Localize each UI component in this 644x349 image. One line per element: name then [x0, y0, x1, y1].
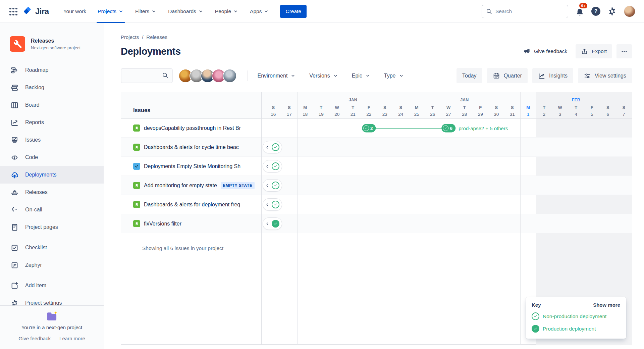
- deployment-badge-start[interactable]: 2: [362, 124, 376, 132]
- export-label: Export: [592, 48, 607, 54]
- filter-dropdown-versions[interactable]: Versions: [309, 73, 338, 79]
- deployment-edge-pill[interactable]: [263, 217, 282, 230]
- timeline-search: [121, 68, 173, 83]
- day-number[interactable]: 25: [414, 112, 419, 117]
- deployment-badge-end[interactable]: 6: [441, 124, 455, 132]
- day-number[interactable]: 17: [287, 112, 292, 117]
- settings-gear-icon[interactable]: [607, 7, 617, 16]
- create-button[interactable]: Create: [280, 5, 307, 18]
- day-number[interactable]: 27: [446, 112, 451, 117]
- day-number[interactable]: 29: [478, 112, 483, 117]
- sidebar-item-releases[interactable]: Releases: [0, 184, 104, 201]
- give-feedback-label: Give feedback: [534, 48, 567, 54]
- sidebar-give-feedback-link[interactable]: Give feedback: [18, 336, 51, 341]
- filter-dropdown-environment[interactable]: Environment: [258, 73, 296, 79]
- filter-dropdown-epic[interactable]: Epic: [352, 73, 371, 79]
- sidebar-item-reports[interactable]: Reports: [0, 114, 104, 131]
- sidebar-item-issues[interactable]: Issues: [0, 131, 104, 149]
- notification-count-badge: 9+: [579, 3, 587, 8]
- issue-row[interactable]: Dashboards & alerts for cycle time beac: [121, 138, 261, 157]
- key-show-more-link[interactable]: Show more: [593, 302, 620, 308]
- today-button[interactable]: Today: [457, 68, 482, 83]
- day-number[interactable]: 4: [575, 112, 577, 117]
- nav-item-label: People: [215, 8, 231, 14]
- sidebar-item-zephyr[interactable]: Zephyr: [0, 256, 104, 274]
- non-production-check-icon: [532, 312, 539, 320]
- sidebar-item-roadmap[interactable]: Roadmap: [0, 61, 104, 79]
- issue-title: fixVersions filter: [144, 221, 181, 227]
- day-number[interactable]: 31: [510, 112, 515, 117]
- user-avatar[interactable]: [624, 6, 635, 17]
- deployment-env-label[interactable]: prod-apse2 + 5 others: [459, 125, 508, 131]
- day-number[interactable]: 28: [462, 112, 467, 117]
- page-title: Deployments: [121, 46, 181, 57]
- day-number[interactable]: 5: [591, 112, 593, 117]
- day-number[interactable]: 22: [366, 112, 371, 117]
- day-number[interactable]: 6: [606, 112, 609, 117]
- breadcrumb-separator: /: [142, 34, 143, 40]
- more-actions-button[interactable]: [616, 44, 632, 58]
- sidebar-item-project-pages[interactable]: Project pages: [0, 218, 104, 236]
- issue-row[interactable]: devopsCapability passthrough in Rest Br: [121, 118, 261, 138]
- day-number[interactable]: 21: [351, 112, 356, 117]
- day-letter: M: [415, 105, 419, 110]
- story-type-icon: [133, 124, 140, 132]
- view-settings-button[interactable]: View settings: [578, 68, 632, 83]
- issue-row[interactable]: Add monitoring for empty stateEMPTY STAT…: [121, 176, 261, 195]
- nav-item-dashboards[interactable]: Dashboards: [162, 0, 209, 23]
- filter-buttons: Today QuarterInsightsView settings: [457, 68, 632, 83]
- give-feedback-button[interactable]: Give feedback: [519, 45, 571, 58]
- breadcrumb-releases[interactable]: Releases: [146, 34, 167, 40]
- quarter-button[interactable]: Quarter: [487, 68, 528, 83]
- day-number[interactable]: 24: [398, 112, 403, 117]
- deployment-edge-pill[interactable]: [263, 160, 282, 172]
- day-number[interactable]: 3: [559, 112, 561, 117]
- project-info[interactable]: Releases Next-gen software project: [31, 38, 80, 50]
- nav-item-apps[interactable]: Apps: [244, 0, 275, 23]
- assignee-avatar[interactable]: [223, 69, 237, 83]
- deployment-edge-pill[interactable]: [263, 198, 282, 211]
- sidebar-item-deployments[interactable]: Deployments: [0, 166, 104, 184]
- sidebar-item-add-item[interactable]: Add item: [0, 277, 104, 294]
- day-number[interactable]: 30: [494, 112, 499, 117]
- day-number[interactable]: 7: [623, 112, 625, 117]
- export-button[interactable]: Export: [576, 44, 612, 58]
- sidebar-item-checklist[interactable]: Checklist: [0, 239, 104, 256]
- month-label: FEB: [572, 98, 580, 102]
- notifications-bell-icon[interactable]: 9+: [575, 8, 584, 17]
- issue-row[interactable]: Dashboards & alerts for deployment freq: [121, 195, 261, 214]
- issue-row[interactable]: Deployments Empty State Monitoring Sh: [121, 157, 261, 176]
- sidebar-item-on-call[interactable]: On-call: [0, 201, 104, 218]
- insights-button[interactable]: Insights: [532, 68, 573, 83]
- sidebar-item-board[interactable]: Board: [0, 96, 104, 114]
- nav-item-filters[interactable]: Filters: [129, 0, 162, 23]
- deployment-edge-pill[interactable]: [263, 141, 282, 153]
- issues-column-header: Issues: [133, 107, 150, 113]
- day-number[interactable]: 20: [334, 112, 339, 117]
- nav-item-projects[interactable]: Projects: [92, 0, 129, 23]
- deployment-edge-pill[interactable]: [263, 179, 282, 192]
- nav-item-people[interactable]: People: [209, 0, 244, 23]
- day-letter: W: [446, 105, 450, 110]
- global-search-input[interactable]: [482, 5, 568, 18]
- help-icon[interactable]: ?: [591, 7, 600, 16]
- jira-logo[interactable]: Jira: [23, 6, 49, 16]
- day-number[interactable]: 1: [527, 112, 530, 117]
- breadcrumb-projects[interactable]: Projects: [121, 34, 139, 40]
- day-number[interactable]: 2: [543, 112, 545, 117]
- filter-button-label: Quarter: [504, 73, 522, 79]
- issue-row[interactable]: fixVersions filter: [121, 214, 261, 233]
- app-switcher-icon[interactable]: [8, 6, 18, 16]
- day-number[interactable]: 19: [319, 112, 324, 117]
- sidebar-item-backlog[interactable]: Backlog: [0, 79, 104, 96]
- sidebar-learn-more-link[interactable]: Learn more: [59, 336, 85, 341]
- sidebar-item-code[interactable]: Code: [0, 149, 104, 166]
- day-number[interactable]: 16: [271, 112, 276, 117]
- chevron-down-icon: [365, 73, 371, 79]
- day-number[interactable]: 26: [430, 112, 435, 117]
- more-dots-icon: [621, 48, 628, 55]
- nav-item-your-work[interactable]: Your work: [58, 0, 92, 23]
- day-number[interactable]: 23: [382, 112, 387, 117]
- filter-dropdown-type[interactable]: Type: [384, 73, 404, 79]
- day-number[interactable]: 18: [303, 112, 308, 117]
